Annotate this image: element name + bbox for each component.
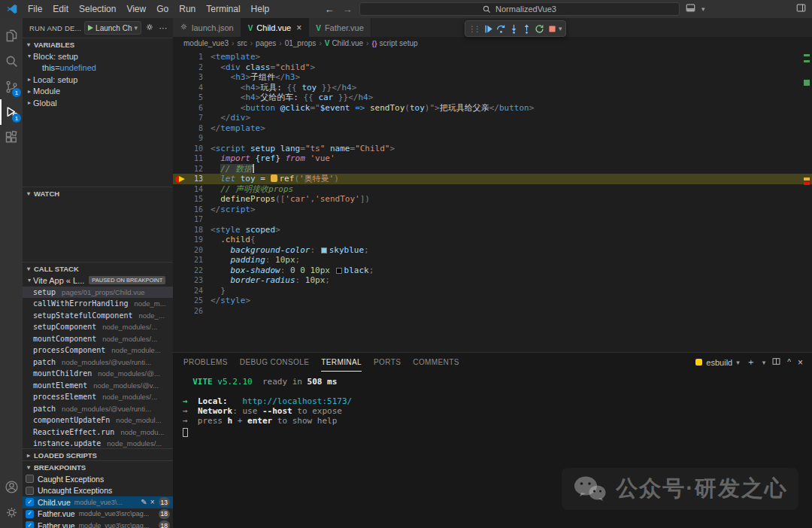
close-icon[interactable]: ×: [296, 23, 301, 33]
new-terminal-icon[interactable]: ＋: [747, 356, 756, 369]
sidebar-item-run-debug[interactable]: 1: [0, 99, 23, 125]
loaded-scripts-header[interactable]: ▸ LOADED SCRIPTS: [23, 449, 173, 460]
stack-frame[interactable]: ReactiveEffect.runnode_modu...: [23, 426, 173, 438]
breakpoint-row[interactable]: ✓Father.vuemodule_vue3\src\pag...18: [23, 520, 173, 528]
panel-tab-ports[interactable]: PORTS: [374, 353, 401, 372]
restart-button[interactable]: [533, 22, 545, 35]
launch-config-dropdown[interactable]: Launch Ch ▾: [84, 21, 141, 35]
stop-button[interactable]: [546, 22, 558, 35]
panel-layout-icon[interactable]: [686, 3, 695, 15]
layout-dropdown-icon[interactable]: ▾: [701, 5, 705, 13]
panel-tab-terminal[interactable]: TERMINAL: [321, 353, 362, 372]
variable-scope[interactable]: ▾Block: setup: [23, 50, 173, 62]
step-out-button[interactable]: [520, 22, 532, 35]
views-more-icon[interactable]: ⋯: [158, 23, 168, 33]
breadcrumb-item[interactable]: pages: [256, 39, 276, 47]
menu-help[interactable]: Help: [246, 4, 275, 14]
layout-icon[interactable]: [796, 3, 806, 15]
forward-arrow-icon[interactable]: →: [341, 4, 353, 15]
breakpoints-header[interactable]: ▾ BREAKPOINTS: [23, 461, 173, 473]
breakpoint-row[interactable]: Uncaught Exceptions: [23, 485, 173, 497]
breadcrumb-item[interactable]: {}script setup: [371, 39, 417, 47]
edit-breakpoint-icon[interactable]: ✎: [141, 498, 147, 506]
menu-terminal[interactable]: Terminal: [201, 4, 245, 14]
breakpoint-row[interactable]: ✓Child.vuemodule_vue3\...✎×13: [23, 496, 173, 508]
panel-tab-debug-console[interactable]: DEBUG CONSOLE: [240, 353, 309, 372]
sidebar-item-search[interactable]: [0, 48, 23, 74]
breakpoint-row[interactable]: ✓Father.vuemodule_vue3\src\pag...18: [23, 508, 173, 520]
breadcrumb-item[interactable]: src: [237, 39, 247, 47]
menu-file[interactable]: File: [23, 4, 47, 14]
start-debug-icon[interactable]: [88, 25, 93, 31]
debug-session-chevron-icon[interactable]: ▾: [559, 25, 562, 32]
menu-view[interactable]: View: [121, 4, 151, 14]
stack-frame[interactable]: patchnode_modules/@vue/runti...: [23, 357, 173, 369]
variable-scope[interactable]: ▸Module: [23, 86, 173, 98]
step-over-button[interactable]: [495, 22, 507, 35]
stack-frame[interactable]: mountElementnode_modules/@v...: [23, 380, 173, 392]
terminal-process[interactable]: esbuild ▾: [695, 358, 739, 367]
color-swatch-icon: [336, 268, 342, 274]
sidebar-item-extensions[interactable]: [0, 125, 23, 150]
breadcrumb-item[interactable]: VChild.vue: [325, 39, 363, 47]
variable-scope[interactable]: ▸Global: [23, 97, 173, 109]
tab-father-vue[interactable]: VFather.vue: [309, 18, 371, 37]
step-into-button[interactable]: [508, 22, 520, 35]
stack-frame[interactable]: callWithErrorHandlingnode_m...: [23, 298, 173, 310]
sidebar-item-source-control[interactable]: 1: [0, 74, 23, 99]
back-arrow-icon[interactable]: ←: [323, 4, 335, 15]
gutter: [173, 133, 185, 144]
stack-frame[interactable]: setupComponentnode_modules/...: [23, 321, 173, 333]
stack-frame[interactable]: setuppages/01_props/Child.vue: [23, 287, 173, 299]
stack-frame[interactable]: patchnode_modules/@vue/runti...: [23, 403, 173, 415]
code-text: </div>: [203, 113, 250, 123]
split-terminal-icon[interactable]: [772, 357, 780, 367]
close-panel-icon[interactable]: ×: [798, 357, 803, 368]
sidebar-item-explorer[interactable]: [0, 23, 23, 48]
remove-breakpoint-icon[interactable]: ×: [150, 498, 155, 506]
continue-button[interactable]: [482, 22, 494, 35]
breakpoint-checkbox[interactable]: ✓: [26, 498, 34, 506]
code-editor[interactable]: 1<template>2 <div class="child">3 <h3>子组…: [173, 50, 812, 352]
stack-frame[interactable]: processElementnode_modules/...: [23, 391, 173, 403]
call-stack-header[interactable]: ▾ CALL STACK: [23, 262, 173, 275]
debug-session-row[interactable]: ▾ Vite App « L... PAUSED ON BREAKPOINT: [23, 275, 173, 287]
breakpoint-row[interactable]: Caught Exceptions: [23, 473, 173, 485]
chevron-down-icon: ▾: [26, 53, 33, 59]
tab-child-vue[interactable]: VChild.vue×: [241, 18, 310, 37]
variable-scope[interactable]: ▸Local: setup: [23, 74, 173, 86]
terminal-output[interactable]: VITE v5.2.10 ready in 508 ms→ Local: htt…: [173, 372, 812, 437]
breakpoint-checkbox[interactable]: [26, 487, 34, 495]
stack-frame[interactable]: processComponentnode_module...: [23, 344, 173, 357]
settings-button[interactable]: [0, 499, 23, 525]
tab-launch-json[interactable]: launch.json: [173, 18, 241, 37]
code-line: 23 border-radius: 10px;: [173, 275, 812, 286]
menu-selection[interactable]: Selection: [74, 4, 121, 14]
breakpoint-checkbox[interactable]: ✓: [26, 510, 34, 518]
command-center[interactable]: NormalizedVue3: [359, 2, 680, 16]
breadcrumb-item[interactable]: module_vue3: [183, 39, 229, 47]
stack-frame[interactable]: componentUpdateFnnode_modul...: [23, 414, 173, 426]
panel-tab-problems[interactable]: PROBLEMS: [183, 353, 228, 372]
breadcrumb-item[interactable]: 01_props: [285, 39, 317, 47]
menu-run[interactable]: Run: [174, 4, 201, 14]
variables-header[interactable]: ▾ VARIABLES: [23, 38, 173, 50]
stack-frame[interactable]: setupStatefulComponentnode_...: [23, 310, 173, 322]
menu-go[interactable]: Go: [151, 4, 174, 14]
drag-handle-icon[interactable]: ⋮⋮: [468, 25, 479, 33]
overview-ruler[interactable]: [802, 50, 812, 352]
menu-edit[interactable]: Edit: [47, 4, 74, 14]
maximize-panel-icon[interactable]: ^: [787, 358, 791, 366]
stack-frame[interactable]: instance.updatenode_modules/...: [23, 438, 173, 448]
stack-frame[interactable]: mountChildrennode_modules/@...: [23, 368, 173, 380]
panel-tab-comments[interactable]: COMMENTS: [413, 353, 459, 372]
variable-item[interactable]: this = undefined: [23, 62, 173, 74]
debug-settings-gear-icon[interactable]: [144, 23, 155, 33]
watch-header[interactable]: ▾ WATCH: [23, 187, 173, 199]
chevron-down-icon: ▾: [25, 190, 32, 197]
stack-frame[interactable]: mountComponentnode_modules/...: [23, 333, 173, 345]
breakpoint-checkbox[interactable]: ✓: [26, 521, 34, 528]
terminal-dropdown-icon[interactable]: ▾: [762, 359, 766, 366]
account-button[interactable]: [0, 474, 23, 499]
breakpoint-checkbox[interactable]: [26, 475, 34, 483]
